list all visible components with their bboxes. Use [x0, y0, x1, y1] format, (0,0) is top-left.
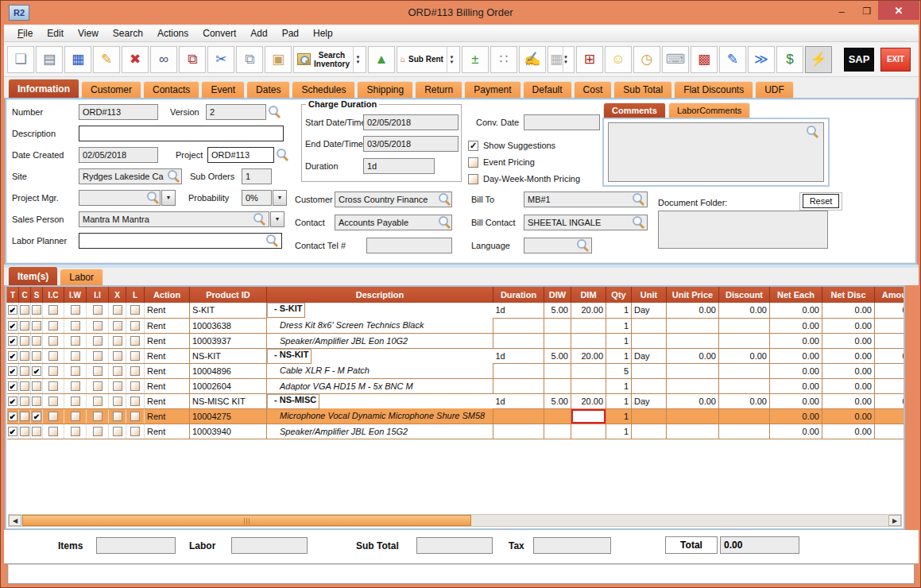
- row-checkbox[interactable]: [20, 427, 29, 436]
- column-header[interactable]: X: [109, 287, 126, 303]
- row-checkbox[interactable]: [93, 366, 103, 376]
- number-field[interactable]: ORD#113: [79, 104, 158, 120]
- checkbox-cell[interactable]: [19, 333, 31, 348]
- table-cell[interactable]: 1: [606, 333, 632, 348]
- table-cell[interactable]: [667, 408, 719, 424]
- table-cell[interactable]: [719, 363, 770, 378]
- bill-contact-search-icon[interactable]: [633, 216, 644, 228]
- table-cell[interactable]: [632, 424, 667, 439]
- tab-laborcomments[interactable]: LaborComments: [668, 103, 750, 118]
- row-checkbox[interactable]: ✔: [8, 305, 17, 315]
- checkbox-cell[interactable]: [43, 363, 64, 378]
- row-checkbox[interactable]: [20, 351, 29, 361]
- column-header[interactable]: Qty: [606, 287, 632, 303]
- table-cell[interactable]: 0.00: [822, 318, 875, 333]
- smiley-icon[interactable]: ☺: [605, 46, 632, 73]
- checkbox-cell[interactable]: [43, 378, 64, 393]
- checkbox-cell[interactable]: ✔: [7, 363, 19, 378]
- row-checkbox[interactable]: [113, 381, 122, 391]
- tab-schedules[interactable]: Schedules: [292, 81, 355, 98]
- table-cell[interactable]: 0.00: [770, 378, 822, 393]
- table-cell[interactable]: 0.00: [667, 348, 719, 363]
- table-cell[interactable]: 0.00: [770, 303, 822, 318]
- checkbox-cell[interactable]: [43, 303, 64, 318]
- project-mgr-search-icon[interactable]: [147, 191, 159, 203]
- dropdown-arrows-icon[interactable]: ▼ ▼: [563, 47, 572, 72]
- tab-return[interactable]: Return: [415, 81, 462, 98]
- checkbox-cell[interactable]: [19, 424, 31, 439]
- probability-field[interactable]: 0%: [242, 190, 272, 206]
- table-cell[interactable]: [632, 318, 667, 333]
- row-checkbox[interactable]: [20, 366, 29, 376]
- row-checkbox[interactable]: ✔: [8, 321, 17, 331]
- tab-sub-total[interactable]: Sub Total: [613, 81, 672, 98]
- table-cell[interactable]: Rent: [145, 424, 190, 439]
- scroll-right-arrow[interactable]: ▶: [888, 515, 901, 526]
- checkbox-cell[interactable]: [43, 333, 64, 348]
- maximize-button[interactable]: ❒: [857, 2, 876, 20]
- table-cell[interactable]: 10003638: [190, 318, 267, 333]
- table-cell[interactable]: 0.00: [875, 348, 906, 363]
- checkbox-cell[interactable]: [64, 378, 87, 393]
- checkbox-cell[interactable]: ✔: [7, 333, 19, 348]
- cut-icon[interactable]: ✂: [207, 46, 234, 73]
- table-cell[interactable]: [875, 424, 906, 439]
- row-checkbox[interactable]: [71, 381, 80, 391]
- table-cell[interactable]: 1: [606, 348, 632, 363]
- checkbox-cell[interactable]: [109, 318, 126, 333]
- checkbox-cell[interactable]: ✔: [7, 408, 19, 424]
- table-cell[interactable]: 0.00: [822, 363, 875, 378]
- checkbox-cell[interactable]: [126, 363, 145, 378]
- row-checkbox[interactable]: [32, 321, 41, 331]
- table-cell[interactable]: 0.00: [770, 333, 822, 348]
- table-cell[interactable]: [875, 378, 906, 393]
- table-cell[interactable]: Rent: [145, 318, 190, 333]
- table-cell[interactable]: 10002604: [190, 378, 267, 393]
- table-cell[interactable]: 0.00: [822, 303, 875, 318]
- table-cell[interactable]: [719, 333, 770, 348]
- sales-person-dropdown-button[interactable]: ▼: [270, 211, 284, 227]
- labor-planner-field[interactable]: [79, 233, 282, 249]
- sub-rent-button[interactable]: ⌂Sub Rent▼ ▼: [397, 46, 460, 73]
- row-checkbox[interactable]: [93, 397, 103, 406]
- money-notes-icon[interactable]: $: [776, 46, 803, 73]
- row-checkbox[interactable]: [113, 412, 122, 421]
- find-icon[interactable]: ∞: [150, 46, 177, 73]
- checkbox-cell[interactable]: [109, 348, 126, 363]
- project-field[interactable]: ORD#113: [207, 147, 274, 163]
- shapes-icon[interactable]: ▲: [368, 46, 395, 73]
- description-field[interactable]: [79, 126, 284, 141]
- table-cell[interactable]: - NS-MISC: [267, 394, 319, 409]
- table-cell[interactable]: [632, 408, 667, 424]
- project-mgr-dropdown-button[interactable]: ▼: [161, 190, 176, 206]
- exit-button[interactable]: EXIT: [880, 48, 911, 72]
- table-cell[interactable]: Speaker/Amplifier JBL Eon 15G2: [267, 424, 493, 439]
- checkbox-cell[interactable]: [31, 424, 43, 439]
- row-checkbox[interactable]: [93, 412, 103, 421]
- checkbox-cell[interactable]: ✔: [31, 408, 43, 424]
- tab-item-s-[interactable]: Item(s): [8, 266, 58, 285]
- tab-information[interactable]: Information: [8, 79, 79, 98]
- table-cell[interactable]: [544, 363, 571, 378]
- column-header[interactable]: S: [31, 287, 43, 303]
- checkbox-cell[interactable]: [19, 393, 31, 408]
- row-checkbox[interactable]: [71, 336, 80, 346]
- checkbox-cell[interactable]: ✔: [7, 303, 19, 318]
- table-cell[interactable]: Day: [632, 303, 667, 318]
- row-checkbox[interactable]: ✔: [8, 366, 17, 376]
- column-header[interactable]: Product ID: [190, 287, 267, 303]
- checkbox-cell[interactable]: [19, 348, 31, 363]
- table-cell[interactable]: Cable XLR F - M Patch: [267, 363, 493, 378]
- checkbox-cell[interactable]: [19, 378, 31, 393]
- checkbox-cell[interactable]: [31, 348, 43, 363]
- table-cell[interactable]: 5.00: [544, 303, 571, 318]
- checkbox-cell[interactable]: [109, 393, 126, 408]
- row-checkbox[interactable]: ✔: [32, 366, 41, 376]
- column-header[interactable]: C: [19, 287, 31, 303]
- table-cell[interactable]: NS-MISC KIT: [190, 393, 267, 408]
- table-cell[interactable]: 1d: [493, 303, 544, 318]
- checkbox-cell[interactable]: ✔: [7, 424, 19, 439]
- row-checkbox[interactable]: [48, 336, 58, 346]
- row-checkbox[interactable]: [113, 397, 122, 406]
- tab-contacts[interactable]: Contacts: [143, 81, 199, 98]
